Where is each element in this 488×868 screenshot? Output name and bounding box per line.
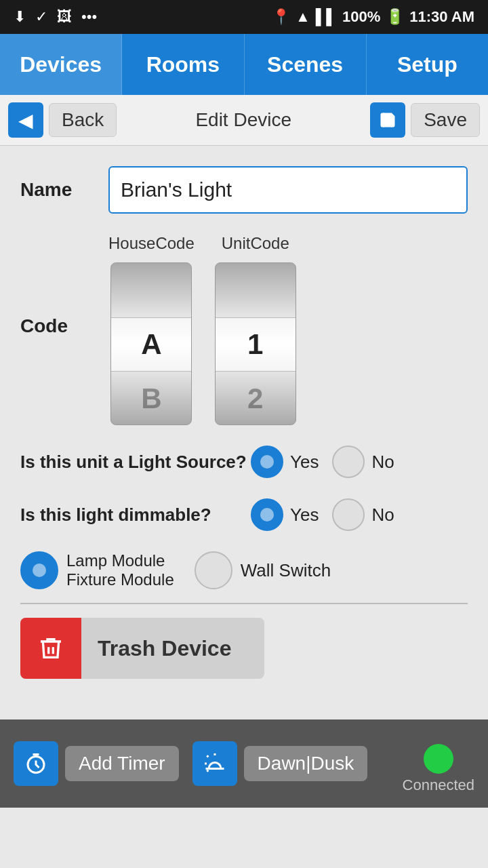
tab-rooms[interactable]: Rooms xyxy=(122,34,244,95)
code-pickers: HouseCode A B C UnitCode 1 2 3 xyxy=(108,234,468,425)
light-source-yes-option[interactable]: Yes xyxy=(251,446,319,478)
unitcode-item-above xyxy=(216,263,296,317)
lamp-module-label: Lamp Module Fixture Module xyxy=(66,551,174,589)
more-icon: ••• xyxy=(81,8,97,26)
lamp-module-option[interactable]: Lamp Module Fixture Module xyxy=(20,551,174,589)
back-button[interactable]: ◀ Back xyxy=(8,102,117,138)
nav-tabs: Devices Rooms Scenes Setup xyxy=(0,34,488,95)
trash-device-label: Trash Device xyxy=(81,636,247,661)
save-icon xyxy=(370,102,405,138)
module-section: Lamp Module Fixture Module Wall Switch xyxy=(20,551,468,604)
light-source-no-label: No xyxy=(371,452,394,473)
back-label: Back xyxy=(49,103,117,137)
unitcode-roller[interactable]: 1 2 3 xyxy=(215,262,296,425)
image-icon: 🖼 xyxy=(57,8,72,26)
trash-icon xyxy=(20,618,81,679)
wall-switch-option[interactable]: Wall Switch xyxy=(195,551,331,589)
location-icon: 📍 xyxy=(272,8,290,26)
wifi-icon: ▲ xyxy=(296,8,310,26)
toolbar: ◀ Back Edit Device Save xyxy=(0,95,488,146)
dimmable-no-option[interactable]: No xyxy=(332,498,394,531)
tab-setup[interactable]: Setup xyxy=(367,34,488,95)
check-icon: ✓ xyxy=(35,8,47,26)
tab-scenes[interactable]: Scenes xyxy=(245,34,367,95)
wall-switch-radio[interactable] xyxy=(195,551,232,589)
unitcode-item-below: 2 xyxy=(216,372,296,425)
timer-icon xyxy=(14,741,58,786)
status-right: 📍 ▲ ▌▌ 100% 🔋 11:30 AM xyxy=(272,8,474,26)
tab-devices[interactable]: Devices xyxy=(0,34,122,95)
dimmable-radio-group: Yes No xyxy=(251,498,394,531)
housecode-item-below: B xyxy=(111,372,191,425)
dimmable-yes-label: Yes xyxy=(290,505,319,526)
dawn-dusk-icon xyxy=(192,741,237,786)
name-row: Name xyxy=(20,166,468,214)
clock: 11:30 AM xyxy=(409,8,474,26)
name-label: Name xyxy=(20,179,108,201)
housecode-label: HouseCode xyxy=(108,234,195,253)
dimmable-section: Is this light dimmable? Yes No xyxy=(20,498,468,531)
battery-icon: 🔋 xyxy=(386,8,404,26)
connected-dot xyxy=(424,744,453,774)
trash-device-button[interactable]: Trash Device xyxy=(20,618,264,679)
code-section: Code HouseCode A B C UnitCode 1 2 3 xyxy=(20,234,468,425)
light-source-yes-label: Yes xyxy=(290,452,319,473)
light-source-no-radio[interactable] xyxy=(332,446,365,478)
toolbar-title: Edit Device xyxy=(195,109,291,131)
housecode-item-above xyxy=(111,263,191,317)
bottom-bar: Add Timer Dawn|Dusk Connected xyxy=(0,719,488,808)
download-icon: ⬇ xyxy=(14,8,26,26)
dawn-dusk-label: Dawn|Dusk xyxy=(244,746,368,781)
code-label: Code xyxy=(20,234,108,337)
save-label: Save xyxy=(411,103,480,137)
dimmable-yes-radio[interactable] xyxy=(251,498,283,531)
unitcode-selected: 1 xyxy=(216,317,296,372)
dimmable-no-label: No xyxy=(371,505,394,526)
back-arrow-icon: ◀ xyxy=(8,102,43,138)
add-timer-label: Add Timer xyxy=(65,746,179,781)
dimmable-yes-option[interactable]: Yes xyxy=(251,498,319,531)
housecode-roller[interactable]: A B C xyxy=(110,262,192,425)
housecode-selected: A xyxy=(111,317,191,372)
signal-icon: ▌▌ xyxy=(316,8,337,26)
light-source-yes-radio[interactable] xyxy=(251,446,283,478)
light-source-question: Is this unit a Light Source? xyxy=(20,452,251,473)
light-source-no-option[interactable]: No xyxy=(332,446,394,478)
light-source-section: Is this unit a Light Source? Yes No xyxy=(20,446,468,478)
name-input[interactable] xyxy=(108,166,468,214)
connected-label: Connected xyxy=(403,776,474,794)
add-timer-button[interactable]: Add Timer xyxy=(14,741,179,786)
main-content: Name Code HouseCode A B C UnitCode 1 xyxy=(0,146,488,706)
battery-percent: 100% xyxy=(342,8,380,26)
status-bar: ⬇ ✓ 🖼 ••• 📍 ▲ ▌▌ 100% 🔋 11:30 AM xyxy=(0,0,488,34)
unitcode-picker: UnitCode 1 2 3 xyxy=(215,234,296,425)
dimmable-question: Is this light dimmable? xyxy=(20,505,251,526)
unitcode-label: UnitCode xyxy=(222,234,289,253)
housecode-picker: HouseCode A B C xyxy=(108,234,195,425)
dawn-dusk-button[interactable]: Dawn|Dusk xyxy=(192,741,368,786)
light-source-radio-group: Yes No xyxy=(251,446,394,478)
lamp-module-radio[interactable] xyxy=(20,551,58,589)
dimmable-no-radio[interactable] xyxy=(332,498,365,531)
status-left: ⬇ ✓ 🖼 ••• xyxy=(14,8,97,26)
save-button[interactable]: Save xyxy=(370,102,480,138)
connected-area: Connected xyxy=(403,744,474,794)
wall-switch-label: Wall Switch xyxy=(241,560,331,581)
